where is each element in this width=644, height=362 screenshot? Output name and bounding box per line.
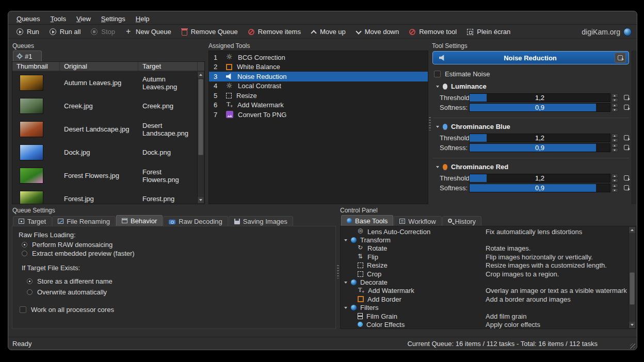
collapse-arrow-icon[interactable] (436, 166, 439, 168)
assigned-tool-add-watermark[interactable]: 6Add Watermark (209, 101, 428, 110)
reset-default-icon[interactable] (624, 105, 629, 110)
queue-item-row[interactable]: Forest.jpgForest.png (12, 187, 198, 204)
tree-item-transform[interactable]: Transform (341, 236, 629, 244)
slider-track[interactable]: 1,2 (469, 174, 610, 183)
slider-track[interactable]: 1,2 (469, 93, 610, 102)
tab-target[interactable]: Target (13, 216, 52, 226)
tab-behavior[interactable]: Behavior (116, 215, 163, 226)
tree-item-color-effects[interactable]: Color EffectsApply color effects (341, 320, 629, 328)
reset-default-icon[interactable] (624, 135, 629, 140)
spin-down-icon[interactable] (611, 98, 618, 102)
spin-buttons[interactable] (611, 134, 618, 142)
spin-down-icon[interactable] (611, 148, 618, 152)
tab-saving-images[interactable]: Saving Images (229, 216, 293, 226)
slider-track[interactable]: 1,2 (469, 134, 610, 142)
column-header-target[interactable]: Target (138, 62, 198, 71)
tab-workflow[interactable]: Workflow (394, 216, 441, 226)
tree-item-rotate[interactable]: RotateRotate images. (341, 244, 629, 253)
tab-file-renaming[interactable]: File Renaming (52, 216, 116, 226)
column-header-thumbnail[interactable]: Thumbnail (12, 62, 60, 71)
reset-default-icon[interactable] (624, 95, 629, 100)
tree-item-filters[interactable]: Filters (341, 304, 629, 312)
assigned-tool-local-contrast[interactable]: 4Local Contrast (209, 81, 428, 91)
tree-item-add-border[interactable]: Add BorderAdd a border around images (341, 295, 629, 303)
radio-icon[interactable] (27, 278, 33, 284)
radio-icon[interactable] (27, 289, 33, 295)
tree-item-resize[interactable]: ResizeResize images with a customized le… (341, 261, 629, 270)
spin-up-icon[interactable] (611, 184, 618, 188)
queue-item-row[interactable]: Dock.jpgDock.png (12, 141, 198, 164)
scroll-down-icon[interactable] (629, 322, 635, 328)
tab-raw-decoding[interactable]: Raw Decoding (163, 216, 228, 226)
reset-tool-button[interactable] (615, 53, 626, 63)
column-header-original[interactable]: Original (60, 62, 138, 71)
collapse-arrow-icon[interactable] (344, 282, 347, 284)
scroll-thumb[interactable] (630, 272, 635, 305)
tree-item-flip[interactable]: FlipFlip images horizontally or vertical… (341, 253, 629, 261)
assigned-tool-bcg-correction[interactable]: 1BCG Correction (209, 53, 428, 62)
assigned-tool-white-balance[interactable]: 2White Balance (209, 62, 428, 72)
section-header-chrominance-blue[interactable]: Chrominance Blue (436, 123, 636, 130)
resize-grip[interactable] (630, 343, 635, 349)
spin-up-icon[interactable] (611, 143, 618, 147)
assigned-tool-noise-reduction[interactable]: 3Noise Reduction (209, 72, 428, 81)
reset-default-icon[interactable] (624, 175, 629, 180)
estimate-noise-checkbox[interactable]: Estimate Noise (434, 70, 636, 78)
menu-tools[interactable]: Tools (45, 14, 71, 24)
assigned-tool-convert-to-png[interactable]: 7Convert To PNG (209, 110, 428, 120)
collapse-arrow-icon[interactable] (344, 307, 347, 309)
spin-buttons[interactable] (611, 93, 618, 102)
run-all-button[interactable]: Run all (44, 26, 86, 37)
section-header-luminance[interactable]: Luminance (436, 83, 636, 90)
radio-perform-raw-demosaicing[interactable]: Perform RAW demosaicing (22, 240, 335, 249)
spin-up-icon[interactable] (611, 103, 618, 107)
work-all-cores-checkbox[interactable]: Work on all processor cores (20, 306, 335, 314)
remove-queue-button[interactable]: Remove Queue (176, 26, 243, 37)
radio-overwrite-automatically[interactable]: Overwrite automatically (27, 287, 335, 298)
spin-up-icon[interactable] (611, 93, 618, 97)
spin-up-icon[interactable] (611, 134, 618, 138)
queue-item-row[interactable]: Forest Flowers.jpgForest Flowers.png (12, 164, 198, 187)
tree-item-crop[interactable]: CropCrop images to a region. (341, 270, 629, 278)
slider-track[interactable]: 0,9 (469, 143, 610, 152)
spin-down-icon[interactable] (611, 178, 618, 183)
spin-buttons[interactable] (611, 174, 618, 183)
assigned-tool-resize[interactable]: 5Resize (209, 91, 428, 101)
spin-buttons[interactable] (611, 103, 618, 112)
menu-queues[interactable]: Queues (11, 14, 45, 24)
section-header-chrominance-red[interactable]: Chrominance Red (436, 163, 636, 171)
move-down-button[interactable]: Move down (351, 26, 404, 37)
menu-view[interactable]: View (71, 14, 96, 24)
tab-history[interactable]: History (442, 216, 481, 226)
checkbox-icon[interactable] (20, 306, 26, 313)
radio-extract-embedded-preview-faster[interactable]: Extract embedded preview (faster) (22, 249, 335, 258)
collapse-arrow-icon[interactable] (344, 239, 347, 241)
queue-tab-1[interactable]: #1 (13, 51, 42, 61)
spin-down-icon[interactable] (611, 108, 618, 112)
scroll-down-icon[interactable] (198, 197, 204, 203)
menu-settings[interactable]: Settings (96, 14, 131, 24)
queues-scrollbar[interactable] (197, 72, 204, 203)
reset-default-icon[interactable] (624, 145, 629, 150)
plein-cran-button[interactable]: Plein écran (462, 26, 516, 37)
scroll-up-icon[interactable] (629, 227, 635, 233)
tree-item-film-grain[interactable]: Film GrainAdd film grain (341, 312, 629, 320)
remove-items-button[interactable]: Remove items (243, 26, 306, 37)
slider-track[interactable]: 0,9 (469, 103, 610, 112)
queue-item-row[interactable]: Creek.jpgCreek.png (12, 94, 198, 118)
radio-icon[interactable] (22, 242, 27, 248)
spin-up-icon[interactable] (611, 174, 618, 178)
tree-item-lens-auto-correction[interactable]: Lens Auto-CorrectionFix automatically le… (341, 227, 629, 236)
tool-settings-scrollbar[interactable] (632, 51, 636, 204)
queue-item-row[interactable]: Autumn Leaves.jpgAutumn Leaves.png (12, 71, 198, 94)
menu-help[interactable]: Help (131, 14, 155, 24)
reset-default-icon[interactable] (624, 185, 629, 190)
move-up-button[interactable]: Move up (306, 26, 351, 37)
run-button[interactable]: Run (11, 26, 44, 37)
radio-icon[interactable] (22, 251, 27, 256)
scroll-thumb[interactable] (198, 79, 203, 155)
spin-down-icon[interactable] (611, 188, 618, 192)
digikam-brand-link[interactable]: digiKam.org (582, 28, 632, 36)
tree-item-add-watermark[interactable]: Add WatermarkOverlay an image or text as… (341, 287, 629, 295)
new-queue-button[interactable]: New Queue (120, 26, 176, 37)
